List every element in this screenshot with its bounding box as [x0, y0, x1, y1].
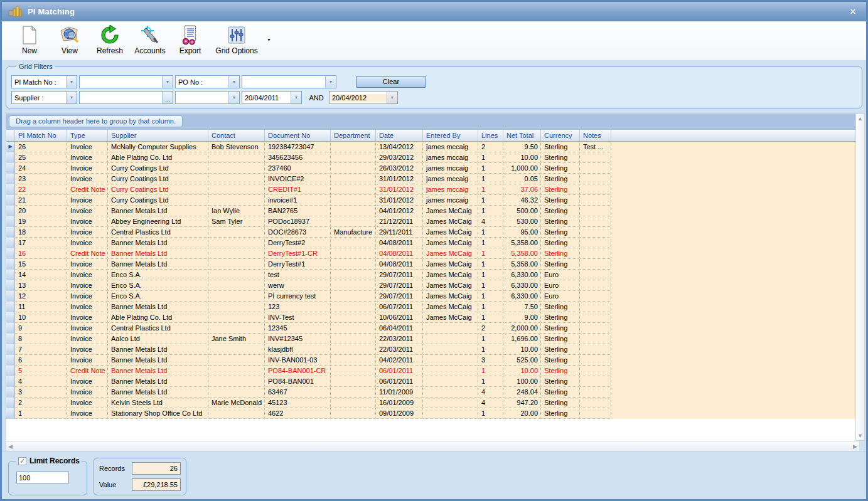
column-header-curr[interactable]: Currency	[541, 130, 580, 141]
cell-date[interactable]: 29/07/2011	[376, 270, 423, 280]
cell-total[interactable]: 95.00	[503, 227, 541, 238]
cell-supplier[interactable]: Able Plating Co. Ltd	[108, 152, 208, 163]
cell-curr[interactable]: Sterling	[541, 184, 580, 195]
table-row[interactable]: 23InvoiceCurry Coatings LtdINVOICE#231/0…	[6, 174, 859, 184]
column-header-lines[interactable]: Lines	[478, 130, 503, 141]
pi-match-no-filter-select[interactable]: PI Match No : ▼	[11, 75, 77, 88]
cell-contact[interactable]	[208, 355, 265, 366]
cell-by[interactable]	[423, 376, 478, 387]
table-row[interactable]: 1InvoiceStationary Shop Office Co Ltd462…	[6, 408, 859, 419]
cell-by[interactable]: James McCaig	[423, 302, 478, 312]
row-indicator[interactable]	[6, 408, 15, 419]
cell-id[interactable]: 8	[15, 334, 67, 344]
table-row[interactable]: 14InvoiceEnco S.A.test29/07/2011James Mc…	[6, 270, 859, 280]
cell-curr[interactable]: Sterling	[541, 398, 580, 408]
cell-curr[interactable]: Sterling	[541, 142, 580, 152]
grid-options-button[interactable]: Grid Options	[210, 24, 263, 55]
row-indicator[interactable]	[6, 291, 15, 302]
cell-lines[interactable]: 1	[478, 248, 503, 259]
cell-dept[interactable]	[331, 312, 376, 323]
cell-notes[interactable]	[580, 227, 611, 238]
column-header-contact[interactable]: Contact	[208, 130, 265, 141]
cell-supplier[interactable]: Banner Metals Ltd	[108, 238, 208, 248]
cell-contact[interactable]	[208, 291, 265, 302]
cell-supplier[interactable]: Enco S.A.	[108, 291, 208, 302]
cell-lines[interactable]: 1	[478, 195, 503, 206]
row-indicator[interactable]	[6, 366, 15, 376]
cell-contact[interactable]: Sam Tyler	[208, 216, 265, 227]
cell-type[interactable]: Invoice	[67, 323, 108, 334]
cell-notes[interactable]	[580, 259, 611, 270]
cell-id[interactable]: 20	[15, 206, 67, 216]
cell-contact[interactable]: Jane Smith	[208, 334, 265, 344]
cell-date[interactable]: 29/11/2011	[376, 227, 423, 238]
row-indicator[interactable]	[6, 398, 15, 408]
cell-doc[interactable]: invoice#1	[265, 195, 331, 206]
row-indicator[interactable]	[6, 152, 15, 163]
scroll-up-icon[interactable]: ▲	[857, 115, 863, 122]
cell-id[interactable]: 2	[15, 398, 67, 408]
cell-dept[interactable]	[331, 184, 376, 195]
cell-notes[interactable]	[580, 376, 611, 387]
cell-supplier[interactable]: Abbey Engineering Ltd	[108, 216, 208, 227]
table-row[interactable]: 9InvoiceCentral Plastics Ltd1234506/04/2…	[6, 323, 859, 334]
new-button[interactable]: New	[9, 24, 50, 55]
cell-supplier[interactable]: Central Plastics Ltd	[108, 323, 208, 334]
cell-lines[interactable]: 2	[478, 323, 503, 334]
cell-total[interactable]: 10.00	[503, 152, 541, 163]
cell-by[interactable]: James McCaig	[423, 238, 478, 248]
cell-curr[interactable]: Sterling	[541, 259, 580, 270]
cell-curr[interactable]: Sterling	[541, 195, 580, 206]
cell-id[interactable]: 15	[15, 259, 67, 270]
cell-total[interactable]: 20.00	[503, 408, 541, 419]
selected-row-indicator[interactable]: ▶	[6, 142, 15, 152]
cell-dept[interactable]	[331, 195, 376, 206]
cell-doc[interactable]: INV#12345	[265, 334, 331, 344]
cell-doc[interactable]: PI currency test	[265, 291, 331, 302]
row-indicator[interactable]	[6, 355, 15, 366]
cell-notes[interactable]	[580, 291, 611, 302]
cell-contact[interactable]: Marie McDonald	[208, 398, 265, 408]
cell-supplier[interactable]: Enco S.A.	[108, 270, 208, 280]
cell-dept[interactable]	[331, 206, 376, 216]
cell-type[interactable]: Invoice	[67, 206, 108, 216]
cell-dept[interactable]	[331, 174, 376, 184]
row-indicator[interactable]	[6, 302, 15, 312]
row-indicator[interactable]	[6, 280, 15, 291]
cell-contact[interactable]	[208, 259, 265, 270]
cell-dept[interactable]	[331, 163, 376, 174]
cell-date[interactable]: 06/07/2011	[376, 302, 423, 312]
cell-curr[interactable]: Euro	[541, 280, 580, 291]
table-row[interactable]: ▶26InvoiceMcNally Computer SuppliesBob S…	[6, 142, 859, 152]
cell-total[interactable]: 525.00	[503, 355, 541, 366]
cell-curr[interactable]: Sterling	[541, 387, 580, 398]
cell-supplier[interactable]: Banner Metals Ltd	[108, 344, 208, 355]
cell-by[interactable]	[423, 366, 478, 376]
cell-contact[interactable]	[208, 238, 265, 248]
cell-contact[interactable]	[208, 184, 265, 195]
cell-curr[interactable]: Sterling	[541, 344, 580, 355]
column-header-date[interactable]: Date	[376, 130, 423, 141]
cell-contact[interactable]	[208, 302, 265, 312]
cell-notes[interactable]	[580, 344, 611, 355]
cell-total[interactable]: 5,358.00	[503, 238, 541, 248]
row-indicator[interactable]	[6, 323, 15, 334]
cell-curr[interactable]: Sterling	[541, 408, 580, 419]
cell-date[interactable]: 13/04/2012	[376, 142, 423, 152]
cell-dept[interactable]	[331, 270, 376, 280]
cell-date[interactable]: 31/01/2012	[376, 174, 423, 184]
cell-total[interactable]: 9.00	[503, 312, 541, 323]
cell-id[interactable]: 19	[15, 216, 67, 227]
cell-id[interactable]: 7	[15, 344, 67, 355]
cell-notes[interactable]: Test ...	[580, 142, 611, 152]
cell-supplier[interactable]: Enco S.A.	[108, 280, 208, 291]
row-indicator[interactable]	[6, 238, 15, 248]
cell-by[interactable]: James McCaig	[423, 270, 478, 280]
cell-id[interactable]: 26	[15, 142, 67, 152]
cell-date[interactable]: 06/01/2011	[376, 376, 423, 387]
cell-total[interactable]: 6,330.00	[503, 291, 541, 302]
cell-type[interactable]: Invoice	[67, 408, 108, 419]
cell-supplier[interactable]: Curry Coatings Ltd	[108, 174, 208, 184]
dropdown-arrow-icon[interactable]: ▼	[325, 76, 336, 88]
supplier-filter-select[interactable]: Supplier : ▼	[11, 91, 77, 104]
